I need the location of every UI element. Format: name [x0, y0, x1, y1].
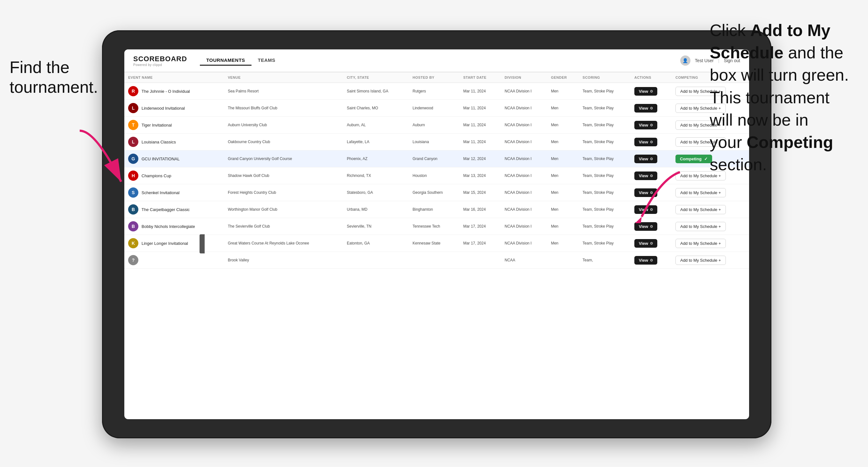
- ipad-screen: SCOREBOARD Powered by clippd TOURNAMENTS…: [124, 50, 749, 419]
- table-row: G GCU INVITATIONAL Grand Canyon Universi…: [124, 151, 749, 167]
- td-hosted-by: Grand Canyon: [409, 151, 459, 167]
- td-city-state: Richmond, TX: [343, 167, 409, 184]
- th-start-date: START DATE: [459, 72, 501, 83]
- td-hosted-by: Binghamton: [409, 201, 459, 218]
- table-container: EVENT NAME VENUE CITY, STATE HOSTED BY S…: [124, 72, 749, 419]
- table-row: T Tiger Invitational Auburn University C…: [124, 117, 749, 133]
- arrow-left: [70, 124, 140, 194]
- td-event-name: B The Carpetbagger Classic: [124, 201, 224, 218]
- td-actions: View ⊙: [630, 100, 672, 117]
- td-hosted-by: Houston: [409, 167, 459, 184]
- view-button[interactable]: View ⊙: [634, 222, 657, 231]
- add-schedule-button[interactable]: Add to My Schedule +: [676, 256, 726, 265]
- td-scoring: Team, Stroke Play: [579, 117, 630, 133]
- side-tab: [199, 234, 205, 253]
- td-start-date: Mar 15, 2024: [459, 184, 501, 201]
- view-button[interactable]: View ⊙: [634, 138, 657, 146]
- td-gender: Men: [547, 100, 579, 117]
- view-button[interactable]: View ⊙: [634, 87, 657, 96]
- td-scoring: Team,: [579, 252, 630, 269]
- td-division: NCAA Division I: [501, 83, 547, 100]
- td-event-name: R The Johnnie - O Individual: [124, 83, 224, 100]
- td-scoring: Team, Stroke Play: [579, 151, 630, 167]
- th-event-name: EVENT NAME: [124, 72, 224, 83]
- td-actions: View ⊙: [630, 133, 672, 151]
- td-actions: View ⊙: [630, 235, 672, 252]
- td-start-date: Mar 11, 2024: [459, 133, 501, 151]
- td-gender: Men: [547, 218, 579, 235]
- td-actions: View ⊙: [630, 83, 672, 100]
- td-event-name: ?: [124, 252, 224, 269]
- th-gender: GENDER: [547, 72, 579, 83]
- td-gender: Men: [547, 117, 579, 133]
- td-start-date: Mar 11, 2024: [459, 100, 501, 117]
- td-venue: Grand Canyon University Golf Course: [224, 151, 343, 167]
- view-button[interactable]: View ⊙: [634, 239, 657, 248]
- ipad-frame: SCOREBOARD Powered by clippd TOURNAMENTS…: [102, 30, 771, 438]
- td-city-state: Eatonton, GA: [343, 235, 409, 252]
- td-venue: The Sevierville Golf Club: [224, 218, 343, 235]
- td-start-date: Mar 12, 2024: [459, 151, 501, 167]
- td-venue: Sea Palms Resort: [224, 83, 343, 100]
- td-venue: Oakbourne Country Club: [224, 133, 343, 151]
- th-actions: ACTIONS: [630, 72, 672, 83]
- td-start-date: Mar 17, 2024: [459, 235, 501, 252]
- logo-sub: Powered by clippd: [133, 63, 187, 67]
- user-icon: 👤: [680, 56, 690, 66]
- td-actions: View ⊙: [630, 117, 672, 133]
- annotation-right: Click Add to MySchedule and thebox will …: [710, 19, 849, 176]
- td-division: NCAA Division I: [501, 167, 547, 184]
- td-start-date: Mar 17, 2024: [459, 218, 501, 235]
- td-event-name: K Linger Longer Invitational: [124, 235, 224, 252]
- td-scoring: Team, Stroke Play: [579, 184, 630, 201]
- td-scoring: Team, Stroke Play: [579, 133, 630, 151]
- td-scoring: Team, Stroke Play: [579, 100, 630, 117]
- td-city-state: Auburn, AL: [343, 117, 409, 133]
- nav-link-teams[interactable]: TEAMS: [251, 56, 282, 66]
- td-hosted-by: Rutgers: [409, 83, 459, 100]
- td-division: NCAA Division I: [501, 235, 547, 252]
- logo-text: SCOREBOARD: [133, 55, 187, 63]
- td-hosted-by: Louisiana: [409, 133, 459, 151]
- view-button[interactable]: View ⊙: [634, 104, 657, 113]
- table-row: L Lindenwood Invitational The Missouri B…: [124, 100, 749, 117]
- td-hosted-by: Lindenwood: [409, 100, 459, 117]
- td-event-name: B Bobby Nichols Intercollegiate: [124, 218, 224, 235]
- td-division: NCAA: [501, 252, 547, 269]
- td-city-state: Saint Charles, MO: [343, 100, 409, 117]
- nav-links: TOURNAMENTS TEAMS: [200, 56, 282, 66]
- nav-link-tournaments[interactable]: TOURNAMENTS: [200, 56, 251, 66]
- td-gender: Men: [547, 83, 579, 100]
- td-division: NCAA Division I: [501, 133, 547, 151]
- td-start-date: Mar 11, 2024: [459, 117, 501, 133]
- td-hosted-by: Tennessee Tech: [409, 218, 459, 235]
- td-city-state: [343, 252, 409, 269]
- table-row: L Louisiana Classics Oakbourne Country C…: [124, 133, 749, 151]
- td-start-date: Mar 16, 2024: [459, 201, 501, 218]
- td-scoring: Team, Stroke Play: [579, 83, 630, 100]
- td-scoring: Team, Stroke Play: [579, 235, 630, 252]
- th-venue: VENUE: [224, 72, 343, 83]
- table-header-row: EVENT NAME VENUE CITY, STATE HOSTED BY S…: [124, 72, 749, 83]
- td-gender: Men: [547, 184, 579, 201]
- td-scoring: Team, Stroke Play: [579, 167, 630, 184]
- td-city-state: Statesboro, GA: [343, 184, 409, 201]
- td-scoring: Team, Stroke Play: [579, 218, 630, 235]
- td-gender: Men: [547, 235, 579, 252]
- view-button[interactable]: View ⊙: [634, 121, 657, 129]
- annotation-left: Find thetournament.: [9, 57, 98, 97]
- td-actions: View ⊙: [630, 252, 672, 269]
- view-button[interactable]: View ⊙: [634, 256, 657, 264]
- logo-area: SCOREBOARD Powered by clippd: [133, 55, 187, 67]
- th-scoring: SCORING: [579, 72, 630, 83]
- td-actions: View ⊙: [630, 151, 672, 167]
- td-city-state: Saint Simons Island, GA: [343, 83, 409, 100]
- td-venue: The Missouri Bluffs Golf Club: [224, 100, 343, 117]
- th-division: DIVISION: [501, 72, 547, 83]
- competing-button[interactable]: Competing ✓: [676, 155, 712, 163]
- view-button[interactable]: View ⊙: [634, 155, 657, 163]
- td-gender: Men: [547, 201, 579, 218]
- add-schedule-button[interactable]: Add to My Schedule +: [676, 239, 726, 248]
- th-hosted-by: HOSTED BY: [409, 72, 459, 83]
- td-venue: Shadow Hawk Golf Club: [224, 167, 343, 184]
